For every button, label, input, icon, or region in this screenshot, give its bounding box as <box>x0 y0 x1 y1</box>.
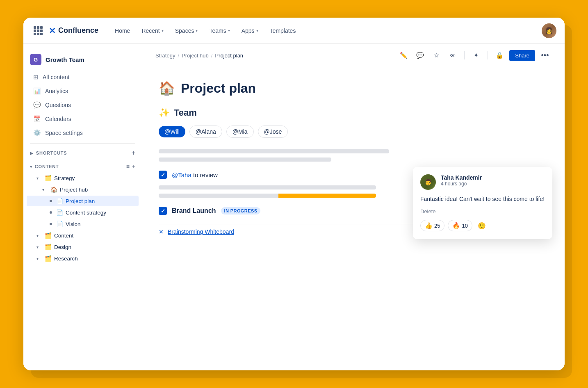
chevron-down-icon: ▾ <box>36 176 42 180</box>
content-line <box>159 157 331 162</box>
sidebar-item-space-settings[interactable]: ⚙️ Space settings <box>27 126 139 140</box>
comment-user-info: Taha Kandemir 4 hours ago <box>441 174 482 187</box>
space-icon: G <box>30 54 41 65</box>
team-member-alana[interactable]: @Alana <box>189 126 222 138</box>
reaction-fire[interactable]: 🔥 10 <box>448 220 472 231</box>
comment-button[interactable]: 💬 <box>413 49 426 62</box>
app-logo[interactable]: ✕ Confluence <box>49 26 98 36</box>
chevron-down-icon: ▾ <box>42 187 48 192</box>
dot-icon <box>50 211 52 214</box>
sidebar-item-analytics[interactable]: 📊 Analytics <box>27 84 139 98</box>
page-title: Project plan <box>181 81 256 96</box>
team-member-will[interactable]: @Will <box>159 126 185 137</box>
nav-apps[interactable]: Apps ▾ <box>237 25 263 37</box>
sidebar-divider <box>30 143 135 144</box>
content-section-header: ▾ CONTENT ≡ + <box>23 161 142 172</box>
toolbar-actions: ✏️ 💬 ☆ 👁 ✦ 🔒 Share ••• <box>397 49 552 62</box>
reaction-count-10: 10 <box>462 223 467 229</box>
page-toolbar: Strategy / Project hub / Project plan ✏️… <box>142 44 565 67</box>
reaction-thumbsup[interactable]: 👍 25 <box>420 220 444 231</box>
chevron-down-icon: ▾ <box>30 164 32 169</box>
user-avatar[interactable]: 👩 <box>542 23 556 38</box>
share-button[interactable]: Share <box>509 50 535 61</box>
nav-links: Home Recent ▾ Spaces ▾ Teams ▾ Apps ▾ <box>110 25 542 37</box>
top-navigation: ✕ Confluence Home Recent ▾ Spaces ▾ Team… <box>23 18 565 44</box>
comment-avatar-image: 👨 <box>420 174 436 190</box>
chevron-down-icon: ▾ <box>228 28 230 33</box>
breadcrumb-sep: / <box>178 52 179 59</box>
brand-launch-checkbox[interactable] <box>159 207 167 215</box>
thumbsup-emoji: 👍 <box>425 222 433 229</box>
space-title: Growth Team <box>46 56 84 63</box>
content-section-label: ▾ CONTENT <box>30 164 59 169</box>
mention-taha[interactable]: @Taha <box>172 171 191 178</box>
nav-recent[interactable]: Recent ▾ <box>137 25 168 37</box>
breadcrumb-current: Project plan <box>215 52 243 59</box>
sidebar-item-questions[interactable]: 💬 Questions <box>27 98 139 112</box>
filter-icon[interactable]: ≡ <box>126 163 130 170</box>
tree-item-content[interactable]: ▾ 🗂️ Content <box>27 230 139 241</box>
team-section-title: Team <box>174 107 197 118</box>
space-header[interactable]: G Growth Team <box>23 50 142 70</box>
calendars-icon: 📅 <box>33 115 41 123</box>
tree-item-project-hub[interactable]: ▾ 🏠 Project hub <box>27 184 139 195</box>
brand-launch-label: Brand Launch <box>172 207 216 215</box>
action-text: @Taha to review <box>172 171 218 178</box>
more-options-button[interactable]: ••• <box>538 49 552 62</box>
lock-button[interactable]: 🔒 <box>493 49 506 62</box>
fire-emoji: 🔥 <box>452 222 460 229</box>
chevron-down-icon: ▾ <box>256 28 258 33</box>
tree-item-design[interactable]: ▾ 🗂️ Design <box>27 242 139 252</box>
star-button[interactable]: ☆ <box>430 49 443 62</box>
team-section-heading: ✨ Team <box>159 107 479 118</box>
shortcuts-label: ▶ SHORTCUTS <box>30 151 67 155</box>
progress-line-yellow <box>159 194 376 198</box>
sidebar: G Growth Team ⊞ All content 📊 Analytics … <box>23 44 142 370</box>
team-member-jose[interactable]: @Jose <box>258 126 288 138</box>
settings-icon: ⚙️ <box>33 129 41 137</box>
checkbox-checked[interactable] <box>159 171 167 179</box>
chevron-right-icon: ▶ <box>30 151 34 155</box>
tree-item-vision[interactable]: 📄 Vision <box>27 219 139 229</box>
tree-item-project-plan[interactable]: 📄 Project plan <box>27 196 139 206</box>
progress-line <box>159 185 376 189</box>
edit-button[interactable]: ✏️ <box>397 49 410 62</box>
breadcrumb: Strategy / Project hub / Project plan <box>155 52 243 59</box>
tree-item-research[interactable]: ▾ 🗂️ Research <box>27 253 139 264</box>
toolbar-separator <box>488 51 488 59</box>
grid-menu-icon[interactable] <box>32 24 45 37</box>
page-title-emoji: 🏠 <box>159 80 175 96</box>
breadcrumb-project-hub[interactable]: Project hub <box>182 52 209 59</box>
sidebar-item-calendars[interactable]: 📅 Calendars <box>27 112 139 126</box>
watch-button[interactable]: 👁 <box>446 49 459 62</box>
comment-popup: 👨 Taha Kandemir 4 hours ago Fantastic id… <box>413 167 552 239</box>
whiteboard-link[interactable]: Brainstorming Whiteboard <box>168 228 234 235</box>
tree-item-strategy[interactable]: ▾ 🗂️ Strategy <box>27 173 139 183</box>
content-section-actions: ≡ + <box>126 163 135 170</box>
avatar-image: 👩 <box>542 23 556 38</box>
ai-button[interactable]: ✦ <box>469 49 483 62</box>
questions-icon: 💬 <box>33 101 41 109</box>
nav-teams[interactable]: Teams ▾ <box>204 25 235 37</box>
nav-spaces[interactable]: Spaces ▾ <box>170 25 203 37</box>
progress-gray <box>159 194 278 198</box>
nav-home[interactable]: Home <box>110 25 135 37</box>
comment-header: 👨 Taha Kandemir 4 hours ago <box>420 174 545 190</box>
sidebar-item-all-content[interactable]: ⊞ All content <box>27 70 139 84</box>
comment-reactions: 👍 25 🔥 10 🙂 <box>420 219 545 232</box>
add-reaction-button[interactable]: 🙂 <box>476 219 488 232</box>
chevron-down-icon: ▾ <box>36 256 42 261</box>
progress-yellow <box>278 194 376 198</box>
team-member-mia[interactable]: @Mia <box>226 126 254 138</box>
shortcuts-add-button[interactable]: + <box>132 149 135 157</box>
shortcuts-section-header: ▶ SHORTCUTS + <box>23 147 142 159</box>
nav-templates[interactable]: Templates <box>265 25 301 37</box>
breadcrumb-strategy[interactable]: Strategy <box>155 52 175 59</box>
comment-delete-button[interactable]: Delete <box>420 208 545 215</box>
team-tags: @Will @Alana @Mia @Jose <box>159 126 479 138</box>
logo-text: Confluence <box>58 26 98 35</box>
add-content-button[interactable]: + <box>132 163 135 170</box>
analytics-icon: 📊 <box>33 87 41 95</box>
all-content-icon: ⊞ <box>33 73 39 81</box>
tree-item-content-strategy[interactable]: 📄 Content strategy <box>27 207 139 218</box>
